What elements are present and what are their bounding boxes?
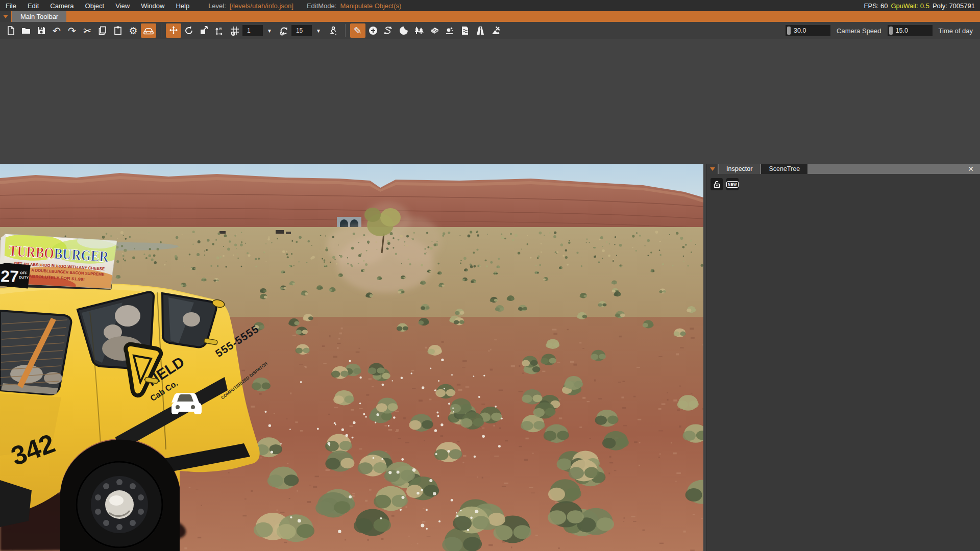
tab-inspector[interactable]: Inspector xyxy=(719,164,760,174)
snap-rotate-button[interactable] xyxy=(276,23,291,38)
gpuwait-stat: GpuWait: 0.5 xyxy=(891,2,929,10)
save-button[interactable] xyxy=(34,23,49,38)
copy-button[interactable] xyxy=(95,23,110,38)
tab-scenetree[interactable]: SceneTree xyxy=(761,164,807,174)
decal-road-button[interactable] xyxy=(473,23,488,38)
camera-speed-value[interactable]: 30.0 xyxy=(794,27,806,34)
save-icon xyxy=(36,26,46,36)
editmode-value[interactable]: Manipulate Object(s) xyxy=(340,2,401,10)
terrain-editor-button[interactable] xyxy=(396,23,411,38)
roof-plate-text1: OFF xyxy=(20,271,28,274)
menu-camera[interactable]: Camera xyxy=(44,0,79,11)
main-toolbar: ↶ ↷ ✂ ⚙ w 1 ▼ 15 ▼ ✎ xyxy=(0,22,980,39)
unlock-icon xyxy=(713,181,721,188)
rotate-snap-dropdown[interactable]: 15 ▼ xyxy=(291,25,325,36)
menu-file[interactable]: File xyxy=(0,0,22,11)
scale-tool-button[interactable] xyxy=(197,23,212,38)
menu-edit[interactable]: Edit xyxy=(22,0,44,11)
paste-button[interactable] xyxy=(110,23,126,38)
create-object-button[interactable] xyxy=(365,23,381,38)
menu-help[interactable]: Help xyxy=(170,0,195,11)
menu-bar: File Edit Camera Object View Window Help… xyxy=(0,0,980,11)
terrain-sphere-icon xyxy=(399,26,409,36)
lock-inspector-button[interactable] xyxy=(710,178,723,190)
transform-space-button[interactable]: w xyxy=(212,23,227,38)
rotate-snap-icon xyxy=(279,26,289,36)
viewport-3d[interactable]: 342 YIELD Cab Co. 555-5555 COMPUTERIZED … xyxy=(0,164,703,551)
camera-controls: 30.0 Camera Speed 15.0 Time of day xyxy=(786,25,980,36)
rotate-icon xyxy=(184,26,194,36)
spline-path-icon xyxy=(383,26,394,36)
ad-word-burger: BURGER xyxy=(54,245,109,265)
perf-stats: FPS: 60 GpuWait: 0.5 Poly: 7005791 xyxy=(864,2,980,10)
chevron-down-icon: ▼ xyxy=(267,28,272,34)
sculpt-tools-icon xyxy=(491,26,501,36)
ad-word-turbo: TURBO xyxy=(8,242,55,261)
translate-tool-button[interactable] xyxy=(166,23,181,38)
mesh-road-button[interactable] xyxy=(427,23,442,38)
grid-size-dropdown[interactable]: 1 ▼ xyxy=(242,25,276,36)
pencil-icon: ✎ xyxy=(354,25,362,37)
river-tool-button[interactable] xyxy=(457,23,473,38)
gear-icon: ⚙ xyxy=(129,25,137,37)
time-of-day-slider[interactable]: 15.0 xyxy=(888,25,933,36)
open-level-button[interactable] xyxy=(18,23,34,38)
vehicle-tool-button[interactable] xyxy=(141,23,156,38)
undo-icon: ↶ xyxy=(53,25,61,37)
roof-ad-sign: TURBOBURGER GET AN ABSURDO BURGO WITH AN… xyxy=(0,231,123,296)
level-value[interactable]: [/levels/utah/info.json] xyxy=(230,2,293,10)
toolbar-separator xyxy=(161,24,161,37)
chevron-down-icon xyxy=(710,167,715,171)
copy-icon xyxy=(97,26,108,36)
roof-plate: 27 OFF DUTY xyxy=(0,262,31,289)
rotate-snap-value[interactable]: 15 xyxy=(291,25,312,36)
time-of-day-label: Time of day xyxy=(939,27,973,35)
camera-speed-label: Camera Speed xyxy=(837,27,881,35)
mesh-road-icon xyxy=(429,26,440,36)
toolbar-collapse-button[interactable] xyxy=(0,11,11,22)
slider-handle[interactable] xyxy=(787,27,791,35)
particles-icon xyxy=(445,26,455,36)
rotate-tool-button[interactable] xyxy=(181,23,197,38)
toolbar-tab-strip: Main Toolbar xyxy=(0,11,980,22)
camera-speed-slider[interactable]: 30.0 xyxy=(786,25,830,36)
time-of-day-value[interactable]: 15.0 xyxy=(896,27,908,34)
forest-editor-button[interactable] xyxy=(411,23,427,38)
car-icon xyxy=(143,26,154,36)
editor-settings-button[interactable]: ⚙ xyxy=(126,23,141,38)
new-file-button[interactable] xyxy=(3,23,18,38)
clipboard-icon xyxy=(113,26,123,36)
snap-to-grid-button[interactable] xyxy=(227,23,242,38)
grid-snap-icon xyxy=(230,26,240,36)
river-icon xyxy=(460,26,470,36)
level-label: Level: xyxy=(208,2,226,10)
object-editor-button[interactable]: ✎ xyxy=(350,23,365,38)
panel-close-button[interactable]: ✕ xyxy=(965,164,977,174)
inspector-panel: Inspector SceneTree ✕ NEW xyxy=(706,164,980,551)
drop-to-ground-icon xyxy=(328,26,338,36)
editmode-label: EditMode: xyxy=(307,2,337,10)
path-tool-button[interactable] xyxy=(381,23,396,38)
cut-button[interactable]: ✂ xyxy=(80,23,95,38)
svg-text:w: w xyxy=(218,26,222,31)
grid-size-value[interactable]: 1 xyxy=(242,25,263,36)
terrain-tools-button[interactable] xyxy=(488,23,503,38)
roof-plate-text2: DUTY xyxy=(19,276,29,280)
tab-main-toolbar[interactable]: Main Toolbar xyxy=(12,11,66,22)
inspector-panel-header: Inspector SceneTree ✕ xyxy=(707,164,980,174)
particle-editor-button[interactable] xyxy=(442,23,457,38)
menu-window[interactable]: Window xyxy=(135,0,170,11)
new-object-button[interactable]: NEW xyxy=(726,178,739,190)
scale-icon xyxy=(199,26,209,36)
slider-handle[interactable] xyxy=(889,27,893,35)
panel-collapse-button[interactable] xyxy=(707,164,718,174)
redo-button[interactable]: ↷ xyxy=(64,23,80,38)
poly-stat: Poly: 7005791 xyxy=(933,2,975,10)
drop-to-ground-button[interactable] xyxy=(325,23,340,38)
menu-object[interactable]: Object xyxy=(80,0,110,11)
menu-view[interactable]: View xyxy=(110,0,135,11)
roof-plate-number: 27 xyxy=(1,267,19,286)
undo-button[interactable]: ↶ xyxy=(49,23,64,38)
move-icon xyxy=(168,26,179,36)
trees-icon xyxy=(413,26,425,36)
